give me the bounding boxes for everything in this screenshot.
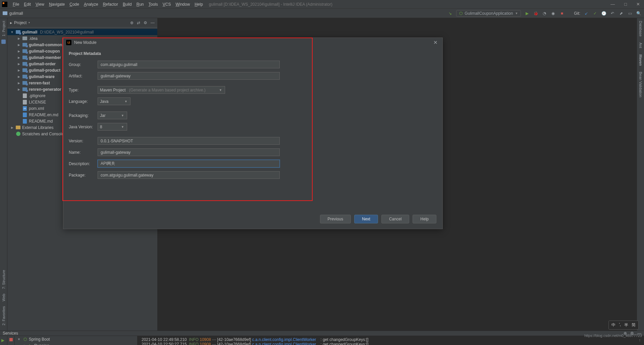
- java-version-label: Java Version:: [69, 125, 98, 129]
- run-icon[interactable]: ▶: [1, 338, 6, 343]
- dialog-buttons: Previous Next Cancel Help: [320, 215, 436, 223]
- dialog-titlebar: IJ New Module ✕: [63, 38, 442, 47]
- log-line: 2021-04-10 22:49:58.210 INFO 10908 --- […: [142, 337, 640, 342]
- expand-icon[interactable]: ⇄: [137, 20, 140, 25]
- menu-navigate[interactable]: Navigate: [47, 1, 67, 7]
- hide-icon[interactable]: —: [151, 20, 155, 25]
- maximize-icon[interactable]: □: [624, 2, 627, 7]
- build-icon[interactable]: ↘: [447, 11, 453, 16]
- name-label: Name:: [69, 150, 98, 155]
- menu-build[interactable]: Build: [121, 1, 134, 7]
- debug-icon[interactable]: 🐞: [533, 11, 538, 16]
- language-label: Language:: [69, 99, 98, 104]
- watermark-url: https://blog.csdn.net/m0_46977723: [584, 334, 642, 338]
- git-label: Git:: [574, 11, 580, 16]
- ime-indicator[interactable]: 中',半简: [608, 321, 639, 330]
- favorites-tool-button[interactable]: 2: Favorites: [2, 305, 6, 327]
- menu-file[interactable]: File: [11, 1, 21, 7]
- right-tool-rail: Database Ant Maven Bean Validation: [637, 18, 644, 331]
- language-select[interactable]: Java▼: [98, 97, 130, 105]
- version-label: Version:: [69, 139, 98, 143]
- close-icon[interactable]: ✕: [636, 2, 640, 7]
- help-button[interactable]: Help: [413, 215, 436, 223]
- title-bar: FileEditViewNavigateCodeAnalyzeRefactorB…: [0, 0, 644, 9]
- gear-icon[interactable]: ⚙: [144, 20, 147, 25]
- package-input[interactable]: [98, 171, 280, 179]
- tree-root[interactable]: ▼ gulimall D:\IDEA_WS_202104\gulimall: [7, 29, 157, 35]
- log-line: 2021-04-10 22:50:27.715 INFO 10908 --- […: [142, 342, 640, 345]
- breadcrumb-item: gulimall: [9, 11, 23, 16]
- idea-logo-icon: IJ: [66, 40, 71, 45]
- menu-analyze[interactable]: Analyze: [82, 1, 100, 7]
- version-input[interactable]: [98, 137, 280, 145]
- search-icon[interactable]: 🔍: [636, 11, 641, 16]
- profiler-icon[interactable]: ◉: [550, 11, 556, 16]
- run-config-label: GulimallCouponApplication: [465, 11, 513, 16]
- type-select[interactable]: Maven Project(Generate a Maven based pro…: [98, 86, 225, 94]
- stop-icon[interactable]: [9, 338, 13, 341]
- console-output[interactable]: 2021-04-10 22:49:58.210 INFO 10908 --- […: [138, 336, 644, 345]
- services-tree-root[interactable]: ▼⬡ Spring Boot: [15, 336, 137, 342]
- bean-validation-tool-button[interactable]: Bean Validation: [639, 70, 643, 98]
- maven-tool-button[interactable]: Maven: [639, 53, 643, 67]
- vcs-revert-icon[interactable]: ↶: [610, 11, 615, 16]
- chevron-down-icon[interactable]: ▾: [29, 21, 30, 24]
- menu-code[interactable]: Code: [67, 1, 81, 7]
- packaging-label: Packaging:: [69, 113, 98, 118]
- rail-icon[interactable]: [1, 40, 6, 44]
- description-label: Description:: [69, 161, 98, 166]
- run-icon[interactable]: ▶: [524, 11, 530, 16]
- project-header-label[interactable]: Project: [14, 20, 26, 25]
- vcs-commit-icon[interactable]: ✓: [592, 11, 598, 16]
- description-input[interactable]: [98, 160, 280, 167]
- java-version-select[interactable]: 8▼: [98, 123, 127, 131]
- artifact-input[interactable]: [98, 72, 280, 80]
- vcs-history-icon[interactable]: 🕘: [601, 11, 606, 16]
- breadcrumb[interactable]: gulimall: [3, 11, 23, 16]
- database-tool-button[interactable]: Database: [639, 19, 643, 38]
- services-tree[interactable]: ▼⬡ Spring Boot ▼▶ Running ▶GulimallCoupo…: [15, 336, 138, 345]
- name-input[interactable]: [98, 148, 280, 156]
- project-view-icon: ▸: [10, 20, 12, 25]
- structure-tool-button[interactable]: 7: Structure: [2, 269, 6, 290]
- vcs-push-icon[interactable]: ⬈: [619, 11, 624, 16]
- run-config-select[interactable]: ⬡ GulimallCouponApplication ▼: [456, 10, 521, 17]
- main-menu: FileEditViewNavigateCodeAnalyzeRefactorB…: [11, 1, 205, 7]
- project-tool-button[interactable]: 1: Project: [2, 19, 6, 38]
- web-tool-button[interactable]: Web: [2, 292, 6, 302]
- new-module-dialog: IJ New Module ✕ Project Metadata Group: …: [63, 38, 443, 229]
- packaging-select[interactable]: Jar▼: [98, 112, 127, 119]
- menu-tools[interactable]: Tools: [147, 1, 160, 7]
- menu-window[interactable]: Window: [173, 1, 192, 7]
- next-button[interactable]: Next: [354, 215, 378, 223]
- services-title: Services: [3, 331, 18, 336]
- menu-refactor[interactable]: Refactor: [101, 1, 120, 7]
- type-label: Type:: [69, 88, 98, 92]
- coverage-icon[interactable]: ◔: [542, 11, 547, 16]
- minimize-icon[interactable]: —: [610, 2, 615, 7]
- window-title: gulimall [D:\IDEA_WS_202104\gulimall] - …: [209, 2, 332, 7]
- menu-run[interactable]: Run: [135, 1, 146, 7]
- menu-edit[interactable]: Edit: [22, 1, 33, 7]
- idea-logo-icon: [2, 2, 7, 7]
- previous-button[interactable]: Previous: [320, 215, 351, 223]
- locate-icon[interactable]: ⊕: [130, 20, 133, 25]
- services-toolbar: ▶ ≡ ⊞ ▭ ▾ ⎙: [0, 336, 7, 345]
- spring-icon: ⬡: [459, 11, 463, 16]
- vcs-update-icon[interactable]: ↙: [584, 11, 589, 16]
- package-label: Package:: [69, 173, 98, 178]
- ant-tool-button[interactable]: Ant: [639, 41, 643, 50]
- stop-icon[interactable]: ■: [559, 11, 565, 16]
- chevron-down-icon: ▼: [515, 12, 518, 15]
- group-input[interactable]: [98, 61, 280, 68]
- project-header: ▸ Project ▾ ⊕ ⇄ ⚙ —: [7, 18, 157, 27]
- menu-vcs[interactable]: VCS: [161, 1, 173, 7]
- services-tool-window: Services ⊕ ⚙ — ▶ ≡ ⊞ ▭ ▾ ⎙ ▼⬡ Spring Boo…: [0, 331, 644, 345]
- services-running-group[interactable]: ▼▶ Running: [15, 342, 137, 345]
- dialog-close-icon[interactable]: ✕: [431, 40, 440, 46]
- menu-view[interactable]: View: [34, 1, 46, 7]
- menu-help[interactable]: Help: [193, 1, 205, 7]
- cancel-button[interactable]: Cancel: [381, 215, 409, 223]
- ide-settings-icon[interactable]: ▭: [627, 11, 633, 16]
- scroll-up-icon[interactable]: ↑: [639, 338, 641, 343]
